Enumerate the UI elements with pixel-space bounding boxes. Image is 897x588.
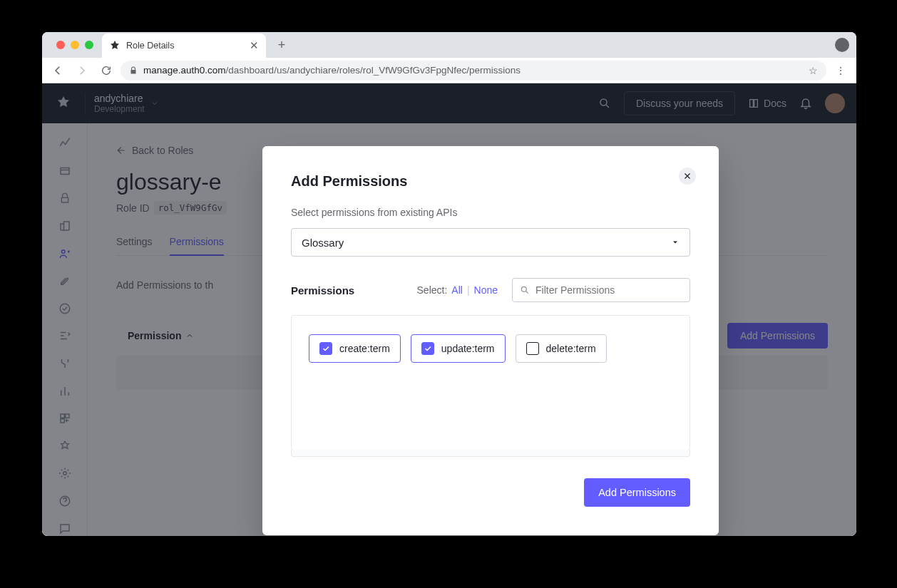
permission-name: create:term: [339, 343, 390, 354]
menu-icon[interactable]: ⋮: [831, 61, 851, 81]
filter-permissions-input[interactable]: [512, 278, 690, 302]
new-tab-button[interactable]: +: [272, 35, 292, 55]
permission-name: delete:term: [546, 343, 596, 354]
lock-icon: [129, 66, 138, 75]
url-host: manage.auth0.com: [143, 65, 226, 76]
checkbox-icon: [526, 342, 539, 355]
reload-button[interactable]: [96, 61, 116, 81]
caret-down-icon: [671, 238, 680, 247]
select-all-link[interactable]: All: [451, 284, 463, 296]
api-select[interactable]: Glossary: [291, 228, 690, 257]
search-icon: [520, 285, 530, 295]
profile-icon[interactable]: [835, 38, 849, 52]
filter-input[interactable]: [535, 284, 682, 296]
close-tab-icon[interactable]: ✕: [250, 39, 259, 52]
tab-strip: Role Details ✕ +: [42, 32, 856, 58]
browser-tab[interactable]: Role Details ✕: [102, 33, 266, 58]
address-bar[interactable]: manage.auth0.com/dashboard/us/andychiare…: [121, 61, 826, 81]
close-window-icon[interactable]: [56, 41, 65, 49]
permission-chip[interactable]: create:term: [309, 334, 401, 363]
window-controls: [48, 32, 102, 58]
url: manage.auth0.com/dashboard/us/andychiare…: [143, 65, 521, 76]
permission-chip[interactable]: delete:term: [516, 334, 607, 363]
select-links: Select: All | None: [417, 284, 498, 296]
minimize-window-icon[interactable]: [71, 41, 79, 49]
permissions-list: create:termupdate:termdelete:term: [291, 315, 690, 450]
close-icon: [683, 172, 692, 180]
tab-title: Role Details: [126, 41, 174, 51]
select-none-link[interactable]: None: [474, 284, 498, 296]
toolbar: manage.auth0.com/dashboard/us/andychiare…: [42, 58, 856, 83]
url-path: /dashboard/us/andychiare/roles/rol_VfW9G…: [226, 65, 521, 76]
add-permissions-modal: Add Permissions Select permissions from …: [262, 146, 719, 535]
modal-subtitle: Select permissions from existing APIs: [291, 207, 690, 218]
api-select-value: Glossary: [302, 237, 344, 249]
modal-title: Add Permissions: [291, 173, 690, 190]
permissions-list-footer: [291, 450, 690, 457]
checkbox-icon: [319, 342, 332, 355]
back-button[interactable]: [48, 61, 68, 81]
bookmark-icon[interactable]: ☆: [809, 65, 818, 76]
permissions-label: Permissions: [291, 284, 354, 296]
tab-favicon: [109, 40, 121, 51]
permission-chip[interactable]: update:term: [411, 334, 506, 363]
close-modal-button[interactable]: [679, 167, 696, 185]
checkbox-icon: [421, 342, 434, 355]
permission-name: update:term: [441, 343, 495, 354]
maximize-window-icon[interactable]: [85, 41, 93, 49]
forward-button[interactable]: [72, 61, 92, 81]
svg-point-5: [521, 287, 526, 292]
submit-add-permissions-button[interactable]: Add Permissions: [584, 478, 690, 507]
browser-window: Role Details ✕ + manage.auth0.com/dashbo…: [42, 32, 856, 536]
